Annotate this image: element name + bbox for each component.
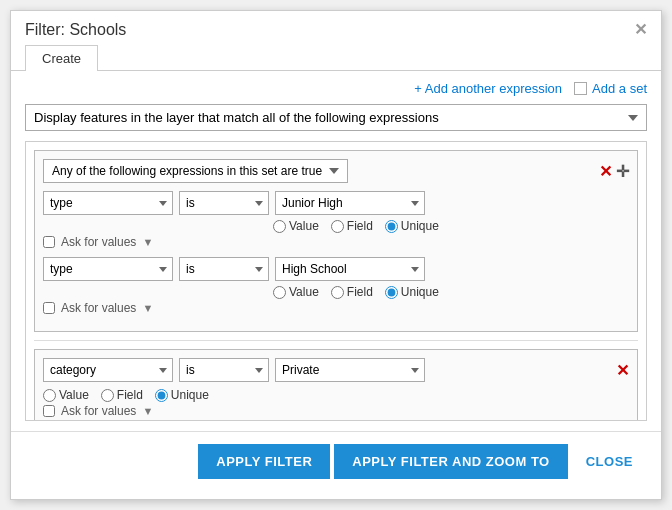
set-delete-icon-2[interactable]: ✕: [616, 361, 629, 380]
top-actions: + Add another expression Add a set: [25, 81, 647, 96]
radio-unique-2[interactable]: Unique: [155, 388, 209, 402]
ask-label-1a: Ask for values: [61, 235, 136, 249]
expression-row-1b: type category is is not High School Juni…: [43, 257, 629, 281]
expression-scroll-container[interactable]: Any of the following expressions in this…: [25, 141, 647, 421]
standalone-header-2: category type is is not Private Public C…: [43, 358, 629, 382]
dialog-footer: APPLY FILTER APPLY FILTER AND ZOOM TO CL…: [11, 431, 661, 491]
ask-arrow-2: ▼: [142, 405, 153, 417]
expression-row-2: category type is is not Private Public C…: [43, 358, 425, 382]
tab-bar: Create: [11, 45, 661, 71]
ask-arrow-1b: ▼: [142, 302, 153, 314]
set-delete-icon-1[interactable]: ✕: [599, 162, 612, 181]
main-dropdown-row: Display features in the layer that match…: [25, 104, 647, 131]
tab-create[interactable]: Create: [25, 45, 98, 71]
ask-row-2: Ask for values ▼: [43, 404, 629, 418]
radio-row-1a: Value Field Unique: [273, 219, 629, 233]
value-select-1b[interactable]: High School Junior High Private: [275, 257, 425, 281]
radio-value-1b[interactable]: Value: [273, 285, 319, 299]
ask-checkbox-2[interactable]: [43, 405, 55, 417]
field-select-1b[interactable]: type category: [43, 257, 173, 281]
ask-checkbox-1a[interactable]: [43, 236, 55, 248]
ask-arrow-1a: ▼: [142, 236, 153, 248]
radio-field-1b[interactable]: Field: [331, 285, 373, 299]
main-expression-dropdown[interactable]: Display features in the layer that match…: [25, 104, 647, 131]
set-divider: [34, 340, 638, 341]
close-button[interactable]: CLOSE: [572, 444, 647, 479]
dialog-title-bar: Filter: Schools ✕: [11, 11, 661, 45]
ask-label-2: Ask for values: [61, 404, 136, 418]
radio-value-2[interactable]: Value: [43, 388, 89, 402]
radio-row-1b: Value Field Unique: [273, 285, 629, 299]
radio-unique-1a[interactable]: Unique: [385, 219, 439, 233]
add-set-checkbox-icon: [574, 82, 587, 95]
radio-row-2: Value Field Unique: [43, 388, 629, 402]
add-expression-button[interactable]: + Add another expression: [414, 81, 562, 96]
set-add-icon-1[interactable]: ✛: [616, 162, 629, 181]
set-block-2: category type is is not Private Public C…: [34, 349, 638, 421]
dialog-body: + Add another expression Add a set Displ…: [11, 71, 661, 431]
apply-filter-zoom-button[interactable]: APPLY FILTER AND ZOOM TO: [334, 444, 567, 479]
value-select-1a[interactable]: Junior High High School Private: [275, 191, 425, 215]
dialog-title: Filter: Schools: [25, 21, 126, 39]
field-select-2[interactable]: category type: [43, 358, 173, 382]
value-select-2[interactable]: Private Public Charter: [275, 358, 425, 382]
expression-row-1a: type category is is not Junior High High…: [43, 191, 629, 215]
ask-row-1a: Ask for values ▼: [43, 235, 629, 249]
set-icons-1: ✕ ✛: [599, 162, 629, 181]
set-block-1: Any of the following expressions in this…: [34, 150, 638, 332]
radio-value-1a[interactable]: Value: [273, 219, 319, 233]
op-select-1b[interactable]: is is not: [179, 257, 269, 281]
ask-row-1b: Ask for values ▼: [43, 301, 629, 315]
filter-dialog: Filter: Schools ✕ Create + Add another e…: [10, 10, 662, 500]
radio-unique-1b[interactable]: Unique: [385, 285, 439, 299]
close-x-button[interactable]: ✕: [634, 22, 647, 38]
set-header-1: Any of the following expressions in this…: [43, 159, 629, 183]
op-select-2[interactable]: is is not: [179, 358, 269, 382]
radio-field-2[interactable]: Field: [101, 388, 143, 402]
field-select-1a[interactable]: type category: [43, 191, 173, 215]
radio-field-1a[interactable]: Field: [331, 219, 373, 233]
set-condition-dropdown-1[interactable]: Any of the following expressions in this…: [43, 159, 348, 183]
ask-checkbox-1b[interactable]: [43, 302, 55, 314]
add-set-button[interactable]: Add a set: [574, 81, 647, 96]
op-select-1a[interactable]: is is not: [179, 191, 269, 215]
apply-filter-button[interactable]: APPLY FILTER: [198, 444, 330, 479]
ask-label-1b: Ask for values: [61, 301, 136, 315]
